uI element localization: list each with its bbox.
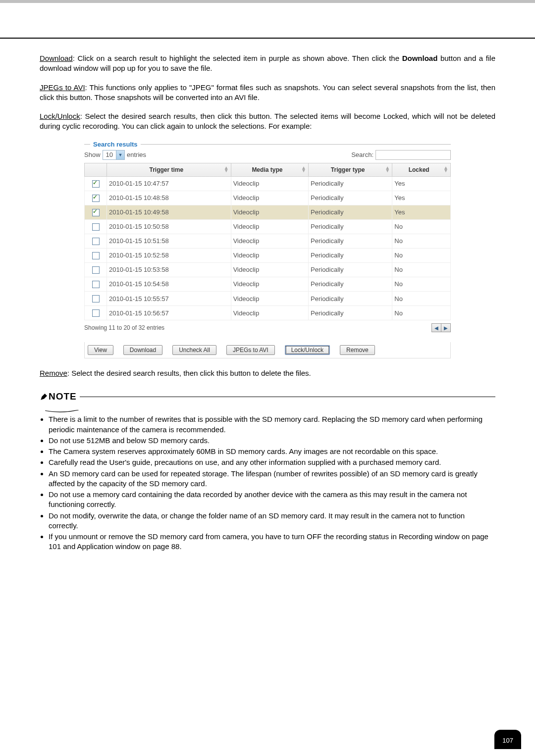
cell-trigger-time: 2010-01-15 10:51:58 [107,234,231,248]
table-row[interactable]: 2010-01-15 10:51:58VideoclipPeriodically… [85,234,451,248]
cell-locked: No [392,219,451,234]
jpegs-to-avi-button[interactable]: JPEGs to AVI [226,345,275,355]
cell-trigger-type: Periodically [309,277,392,291]
table-row[interactable]: 2010-01-15 10:49:58VideoclipPeriodically… [85,205,451,219]
table-row[interactable]: 2010-01-15 10:47:57VideoclipPeriodically… [85,176,451,191]
cell-locked: No [392,292,451,306]
cell-locked: No [392,277,451,291]
view-button[interactable]: View [88,345,113,355]
search-results-panel: Search results Show 10 ▼ entries Search:… [84,141,451,333]
jpegs-term: JPEGs to AVI [40,83,85,92]
row-checkbox[interactable] [92,266,100,274]
sort-icon: ▲▼ [385,166,390,172]
row-checkbox[interactable] [92,295,100,302]
row-checkbox[interactable] [92,309,100,317]
cell-trigger-type: Periodically [309,292,392,306]
note-underline-icon [40,410,84,413]
cell-trigger-type: Periodically [309,191,392,205]
note-label-text: NOTE [49,391,77,402]
note-item: The Camera system reserves approximately… [49,447,495,456]
cell-media-type: Videoclip [231,219,308,234]
download-text-1: : Click on a search result to highlight … [73,54,402,62]
cell-locked: No [392,248,451,262]
note-item: Carefully read the User's guide, precaut… [49,457,495,467]
cell-trigger-time: 2010-01-15 10:47:57 [107,176,231,191]
cell-media-type: Videoclip [231,234,308,248]
note-item: An SD memory card can be used for repeat… [49,469,495,489]
uncheck-all-button[interactable]: Uncheck All [172,345,216,355]
table-row[interactable]: 2010-01-15 10:54:58VideoclipPeriodically… [85,277,451,291]
page-next-button[interactable]: ▶ [441,324,450,332]
entries-select[interactable]: 10 ▼ [103,150,125,160]
table-row[interactable]: 2010-01-15 10:50:58VideoclipPeriodically… [85,219,451,234]
cell-media-type: Videoclip [231,306,308,320]
cell-media-type: Videoclip [231,176,308,191]
col-check[interactable] [85,163,107,176]
row-checkbox[interactable] [92,195,100,202]
row-checkbox[interactable] [92,238,100,245]
cell-media-type: Videoclip [231,262,308,277]
cell-trigger-time: 2010-01-15 10:48:58 [107,191,231,205]
page-prev-button[interactable]: ◀ [432,324,441,332]
show-label: Show [84,151,101,158]
cell-media-type: Videoclip [231,248,308,262]
entries-label: entries [127,151,146,158]
cell-media-type: Videoclip [231,277,308,291]
lock-text: : Select the desired search results, the… [40,112,495,130]
table-row[interactable]: 2010-01-15 10:53:58VideoclipPeriodically… [85,262,451,277]
note-item: There is a limit to the number of rewrit… [49,414,495,435]
header-spacer [0,3,535,39]
remove-text: : Select the desired search results, the… [67,369,311,377]
table-row[interactable]: 2010-01-15 10:55:57VideoclipPeriodically… [85,292,451,306]
col-media-type[interactable]: Media type▲▼ [231,163,308,176]
row-checkbox[interactable] [92,209,100,216]
cell-trigger-type: Periodically [309,205,392,219]
table-row[interactable]: 2010-01-15 10:56:57VideoclipPeriodically… [85,306,451,320]
cell-trigger-type: Periodically [309,234,392,248]
cell-trigger-type: Periodically [309,306,392,320]
note-list: There is a limit to the number of rewrit… [42,414,495,552]
sort-icon: ▲▼ [301,166,306,172]
cell-trigger-time: 2010-01-15 10:50:58 [107,219,231,234]
cell-trigger-time: 2010-01-15 10:55:57 [107,292,231,306]
note-heading: NOTE [40,391,495,402]
row-checkbox[interactable] [92,180,100,188]
cell-trigger-type: Periodically [309,219,392,234]
row-checkbox[interactable] [92,223,100,231]
paragraph-download: Download: Click on a search result to hi… [40,53,495,74]
cell-trigger-time: 2010-01-15 10:52:58 [107,248,231,262]
download-button[interactable]: Download [123,345,162,355]
paragraph-lock: Lock/Unlock: Select the desired search r… [40,111,495,132]
cell-trigger-type: Periodically [309,262,392,277]
col-trigger-time[interactable]: Trigger time▲▼ [107,163,231,176]
lock-unlock-button[interactable]: Lock/Unlock [285,345,330,355]
action-bar: View Download Uncheck All JPEGs to AVI L… [84,342,451,358]
cell-trigger-time: 2010-01-15 10:54:58 [107,277,231,291]
cell-locked: No [392,234,451,248]
search-input[interactable] [375,150,451,160]
remove-button[interactable]: Remove [340,345,375,355]
remove-term: Remove [40,369,67,377]
note-item: If you unmount or remove the SD memory c… [49,532,495,552]
row-checkbox[interactable] [92,281,100,288]
cell-media-type: Videoclip [231,292,308,306]
cell-locked: Yes [392,191,451,205]
jpegs-text: : This functions only applies to "JPEG" … [40,83,495,101]
sort-icon: ▲▼ [443,166,448,172]
cell-trigger-time: 2010-01-15 10:49:58 [107,205,231,219]
cell-locked: No [392,306,451,320]
pen-icon [40,392,49,401]
note-item: Do not modify, overwrite the data, or ch… [49,511,495,531]
col-locked[interactable]: Locked▲▼ [392,163,451,176]
showing-text: Showing 11 to 20 of 32 entries [84,324,164,331]
chevron-down-icon: ▼ [116,151,124,159]
pager: ◀ ▶ [431,323,451,332]
cell-media-type: Videoclip [231,191,308,205]
table-row[interactable]: 2010-01-15 10:48:58VideoclipPeriodically… [85,191,451,205]
col-trigger-type[interactable]: Trigger type▲▼ [309,163,392,176]
cell-trigger-type: Periodically [309,248,392,262]
row-checkbox[interactable] [92,252,100,259]
results-table: Trigger time▲▼ Media type▲▼ Trigger type… [84,163,451,321]
panel-toolbar: Show 10 ▼ entries Search: [84,150,451,160]
table-row[interactable]: 2010-01-15 10:52:58VideoclipPeriodically… [85,248,451,262]
